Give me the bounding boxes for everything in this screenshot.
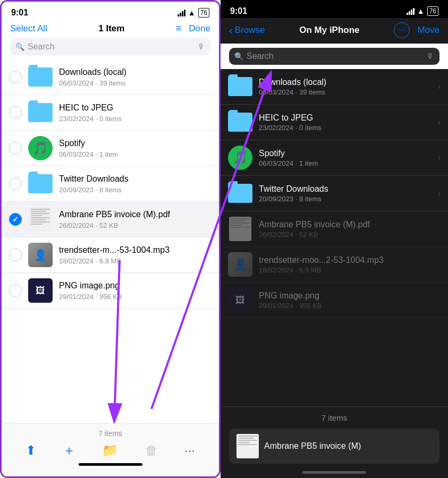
file-info-png: PNG image.png 29/01/2024 · 956 KB	[59, 280, 212, 301]
file-name-trendsetter: trendsetter-m...-53-1004.mp3	[59, 245, 212, 256]
file-item-png[interactable]: 🖼 PNG image.png 29/01/2024 · 956 KB	[2, 273, 219, 309]
done-button[interactable]: Done	[189, 23, 210, 34]
file-meta-twitter: 20/09/2023 · 8 items	[59, 186, 212, 194]
file-meta-ambrane: 26/02/2024 · 52 KB	[59, 221, 212, 229]
right-name-trendsetter: trendsetter-moo...2-53-1004.mp3	[259, 255, 441, 265]
select-all-button[interactable]: Select All	[10, 23, 47, 34]
share-button[interactable]: ⬆	[26, 443, 36, 458]
file-info-twitter: Twitter Downloads 20/09/2023 · 8 items	[59, 174, 212, 194]
back-label: Browse	[235, 25, 265, 36]
folder-icon-twitter	[28, 172, 53, 196]
file-item-heic[interactable]: HEIC to JPEG 23/02/2024 · 0 items	[2, 95, 219, 131]
copy-dest-name: Ambrane PB5 invoice (M)	[264, 441, 361, 451]
move-button[interactable]: Move	[417, 25, 439, 36]
right-search-bar[interactable]: 🔍 Search 🎙	[229, 48, 439, 65]
mic-icon[interactable]: 🎙	[198, 42, 205, 51]
file-item-ambrane[interactable]: Ambrane PB5 invoice (M).pdf 26/02/2024 ·…	[2, 202, 219, 237]
left-search-bar[interactable]: 🔍 Search 🎙	[10, 38, 210, 55]
dots-button[interactable]: ···	[394, 22, 410, 38]
right-file-item-twitter[interactable]: Twitter Downloads 20/09/2023 · 8 items ›	[221, 176, 448, 211]
file-meta-heic: 23/02/2024 · 0 items	[59, 115, 212, 123]
radio-downloads[interactable]	[9, 71, 22, 83]
bottom-actions: ⬆ ＋ 📁 🗑 ···	[2, 442, 219, 459]
radio-png[interactable]	[9, 284, 22, 297]
folder-icon-heic	[28, 100, 53, 125]
right-mic-icon[interactable]: 🎙	[427, 52, 434, 61]
right-items-count: 7 items	[229, 413, 439, 422]
left-panel: 9:01 ▲ 76 Select All 1 Item ≡ Done 🔍 Sea…	[0, 0, 221, 478]
back-button[interactable]: ‹ Browse	[229, 24, 265, 37]
right-file-item-trendsetter[interactable]: 👤 trendsetter-moo...2-53-1004.mp3 18/02/…	[221, 247, 448, 283]
right-panel: 9:01 ▲ 76 ‹ Browse On My iPhone ··· Move…	[221, 0, 448, 478]
folder-icon-downloads	[28, 65, 53, 89]
bottom-count: 7 items	[2, 429, 219, 438]
file-item-twitter[interactable]: Twitter Downloads 20/09/2023 · 8 items	[2, 166, 219, 202]
right-name-ambrane: Ambrane PB5 invoice (M).pdf	[259, 220, 441, 229]
right-chevron-downloads: ›	[438, 82, 441, 91]
right-home-indicator	[302, 471, 366, 474]
signal-icon	[177, 10, 185, 16]
right-nav-title: On My iPhone	[299, 25, 359, 36]
right-file-item-spotify[interactable]: 🎵 Spotify 06/03/2024 · 1 item ›	[221, 140, 448, 176]
right-signal-icon	[407, 8, 415, 15]
right-meta-ambrane: 26/02/2024 · 52 KB	[259, 231, 441, 238]
right-info-ambrane: Ambrane PB5 invoice (M).pdf 26/02/2024 ·…	[259, 220, 441, 238]
spotify-icon-container: 🎵	[28, 136, 53, 160]
file-name-heic: HEIC to JPEG	[59, 103, 212, 114]
file-meta-spotify: 06/03/2024 · 1 item	[59, 150, 212, 158]
file-meta-downloads: 06/03/2024 · 39 items	[59, 79, 212, 87]
right-nav-actions: ··· Move	[394, 22, 439, 38]
right-file-item-heic[interactable]: HEIC to JPEG 23/02/2024 · 0 items ›	[221, 105, 448, 140]
right-meta-heic: 23/02/2024 · 0 items	[259, 124, 432, 132]
left-nav-title: 1 Item	[98, 23, 124, 34]
copy-destination: Ambrane PB5 invoice (M)	[229, 429, 439, 464]
right-file-item-png[interactable]: 🖼 PNG image.png 29/01/2024 · 956 KB	[221, 283, 448, 318]
file-name-png: PNG image.png	[59, 280, 212, 292]
left-nav-bar: Select All 1 Item ≡ Done	[2, 20, 219, 38]
move-to-folder-button[interactable]: 📁	[102, 443, 118, 458]
list-view-icon[interactable]: ≡	[176, 23, 182, 34]
left-nav-actions: ≡ Done	[176, 23, 210, 34]
search-icon: 🔍	[15, 42, 24, 51]
right-status-icons: ▲ 76	[407, 6, 438, 16]
radio-heic[interactable]	[9, 106, 22, 119]
right-info-twitter: Twitter Downloads 20/09/2023 · 8 items	[259, 184, 432, 203]
radio-trendsetter[interactable]	[9, 249, 22, 261]
right-info-png: PNG image.png 29/01/2024 · 956 KB	[259, 291, 441, 310]
right-file-item-ambrane[interactable]: Ambrane PB5 invoice (M).pdf 26/02/2024 ·…	[221, 211, 448, 247]
file-info-trendsetter: trendsetter-m...-53-1004.mp3 18/02/2024 …	[59, 245, 212, 265]
file-meta-png: 29/01/2024 · 956 KB	[59, 293, 212, 301]
chevron-left-icon: ‹	[229, 24, 233, 37]
right-folder-twitter	[228, 181, 252, 206]
file-item-spotify[interactable]: 🎵 Spotify 06/03/2024 · 1 item	[2, 131, 219, 166]
right-meta-downloads: 06/03/2024 · 39 items	[259, 88, 432, 96]
right-time: 9:01	[230, 6, 247, 16]
search-placeholder: Search	[28, 42, 195, 52]
right-info-trendsetter: trendsetter-moo...2-53-1004.mp3 18/02/20…	[259, 255, 441, 274]
radio-twitter[interactable]	[9, 177, 22, 190]
radio-ambrane[interactable]	[9, 213, 22, 226]
file-name-twitter: Twitter Downloads	[59, 174, 212, 185]
right-nav-bar: ‹ Browse On My iPhone ··· Move	[221, 18, 448, 44]
right-name-png: PNG image.png	[259, 291, 441, 301]
file-name-downloads: Downloads (local)	[59, 67, 212, 78]
right-info-downloads: Downloads (local) 06/03/2024 · 39 items	[259, 78, 432, 96]
right-spotify-container: 🎵	[228, 146, 252, 170]
file-item-downloads[interactable]: Downloads (local) 06/03/2024 · 39 items	[2, 59, 219, 95]
battery-icon: 76	[198, 8, 209, 18]
right-status-bar: 9:01 ▲ 76	[221, 0, 448, 18]
right-folder-heic	[228, 110, 252, 134]
right-name-downloads: Downloads (local)	[259, 78, 432, 87]
right-bottom-section: 7 items Ambrane PB5 invoice (M)	[221, 406, 448, 478]
wifi-icon: ▲	[188, 8, 196, 17]
right-name-spotify: Spotify	[259, 149, 432, 158]
right-search-icon: 🔍	[234, 52, 243, 61]
radio-spotify[interactable]	[9, 142, 22, 155]
more-button[interactable]: ···	[184, 443, 195, 458]
right-file-item-downloads[interactable]: Downloads (local) 06/03/2024 · 39 items …	[221, 69, 448, 105]
file-item-trendsetter[interactable]: 👤 trendsetter-m...-53-1004.mp3 18/02/202…	[2, 237, 219, 273]
file-info-spotify: Spotify 06/03/2024 · 1 item	[59, 138, 212, 158]
delete-button[interactable]: 🗑	[145, 443, 158, 458]
add-button[interactable]: ＋	[63, 442, 75, 459]
file-info-ambrane: Ambrane PB5 invoice (M).pdf 26/02/2024 ·…	[59, 209, 212, 229]
